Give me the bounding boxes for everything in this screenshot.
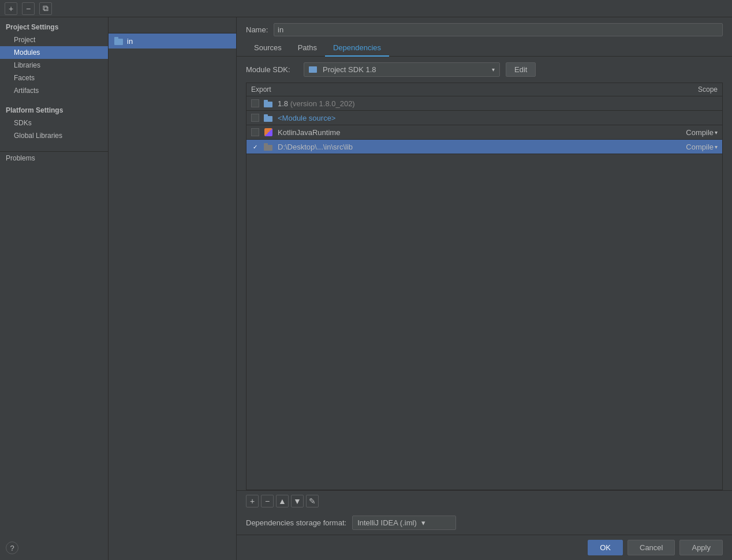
ok-button[interactable]: OK bbox=[588, 540, 623, 555]
main-layout: Project Settings Project Modules Librari… bbox=[0, 17, 732, 560]
sidebar: Project Settings Project Modules Librari… bbox=[0, 17, 109, 560]
deps-name-lib: D:\Desktop\...\in\src\lib bbox=[278, 143, 661, 151]
deps-checkbox-kotlin[interactable] bbox=[251, 128, 259, 136]
sdk-dropdown-arrow-icon: ▾ bbox=[492, 66, 495, 73]
deps-name-module-source: <Module source> bbox=[278, 114, 661, 122]
platform-settings-section-title: Platform Settings bbox=[0, 103, 108, 117]
sidebar-item-facets[interactable]: Facets bbox=[0, 72, 108, 84]
deps-scope-lib-label: Compile bbox=[686, 143, 714, 151]
apply-button[interactable]: Apply bbox=[679, 540, 723, 555]
name-row: Name: bbox=[237, 17, 732, 40]
storage-dropdown-arrow-icon: ▾ bbox=[421, 518, 425, 527]
add-dep-button[interactable]: + bbox=[246, 495, 259, 507]
module-source-folder-icon bbox=[264, 113, 273, 122]
bottom-toolbar: + − ▲ ▼ ✎ bbox=[237, 490, 732, 511]
sdk-folder-icon bbox=[309, 66, 317, 73]
module-name: in bbox=[127, 37, 133, 46]
svg-rect-7 bbox=[264, 143, 268, 145]
help-button[interactable]: ? bbox=[6, 542, 18, 554]
module-list-area: in bbox=[109, 17, 237, 560]
sdk-edit-button[interactable]: Edit bbox=[506, 62, 536, 77]
scope-dropdown-arrow-icon: ▾ bbox=[715, 129, 718, 136]
storage-label: Dependencies storage format: bbox=[246, 518, 346, 527]
deps-checkbox-lib[interactable] bbox=[251, 143, 259, 151]
project-settings-section-title: Project Settings bbox=[0, 20, 108, 33]
tab-sources[interactable]: Sources bbox=[246, 40, 290, 57]
tab-paths[interactable]: Paths bbox=[290, 40, 325, 57]
deps-row-kotlin[interactable]: KotlinJavaRuntime Compile ▾ bbox=[247, 125, 722, 140]
deps-scope-lib[interactable]: Compile ▾ bbox=[666, 143, 718, 151]
move-down-button[interactable]: ▼ bbox=[291, 495, 304, 507]
sidebar-item-problems[interactable]: Problems bbox=[0, 152, 108, 165]
sidebar-item-sdks[interactable]: SDKs bbox=[0, 117, 108, 129]
lib-folder-icon bbox=[264, 142, 273, 151]
sidebar-item-project[interactable]: Project bbox=[0, 33, 108, 46]
edit-dep-button[interactable]: ✎ bbox=[306, 495, 319, 507]
deps-col-export: Export bbox=[251, 85, 666, 94]
svg-rect-2 bbox=[264, 102, 272, 107]
name-label: Name: bbox=[246, 25, 269, 34]
svg-rect-5 bbox=[264, 114, 268, 117]
remove-module-button[interactable]: − bbox=[22, 2, 35, 15]
sidebar-item-artifacts[interactable]: Artifacts bbox=[0, 84, 108, 97]
svg-rect-3 bbox=[264, 100, 268, 102]
sdk-row: Module SDK: Project SDK 1.8 ▾ Edit bbox=[237, 57, 732, 83]
deps-checkbox-sdk[interactable] bbox=[251, 99, 259, 107]
module-list-toolbar bbox=[109, 17, 236, 33]
top-toolbar: + − ⧉ bbox=[0, 0, 732, 17]
deps-row-module-source[interactable]: <Module source> bbox=[247, 111, 722, 125]
storage-dropdown-value: IntelliJ IDEA (.iml) bbox=[357, 518, 417, 527]
add-module-button[interactable]: + bbox=[5, 2, 17, 15]
module-item-in[interactable]: in bbox=[109, 33, 236, 48]
sidebar-item-global-libraries[interactable]: Global Libraries bbox=[0, 129, 108, 142]
svg-rect-4 bbox=[264, 116, 272, 122]
deps-table-header: Export Scope bbox=[247, 83, 722, 96]
storage-dropdown[interactable]: IntelliJ IDEA (.iml) ▾ bbox=[352, 516, 456, 530]
copy-module-button[interactable]: ⧉ bbox=[39, 2, 52, 15]
help-icon-area: ? bbox=[6, 542, 18, 554]
deps-name-kotlin: KotlinJavaRuntime bbox=[278, 128, 661, 137]
deps-checkbox-module-source[interactable] bbox=[251, 114, 259, 122]
svg-rect-0 bbox=[114, 39, 123, 45]
cancel-button[interactable]: Cancel bbox=[628, 540, 675, 555]
deps-scope-kotlin-label: Compile bbox=[686, 128, 714, 137]
module-folder-icon bbox=[114, 36, 124, 46]
tabs-bar: Sources Paths Dependencies bbox=[237, 40, 732, 57]
remove-dep-button[interactable]: − bbox=[261, 495, 274, 507]
sdk-row-folder-icon bbox=[264, 99, 273, 108]
kotlin-icon bbox=[264, 128, 273, 137]
deps-table: Export Scope 1.8 (version 1.8.0_202) bbox=[246, 83, 723, 490]
sdk-label: Module SDK: bbox=[246, 65, 298, 74]
sidebar-item-modules[interactable]: Modules bbox=[0, 46, 108, 59]
storage-row: Dependencies storage format: IntelliJ ID… bbox=[237, 511, 732, 535]
right-panel: Name: Sources Paths Dependencies Module … bbox=[237, 17, 732, 560]
content-columns: in Name: Sources Paths Dependencies Modu… bbox=[109, 17, 732, 560]
deps-row-lib[interactable]: D:\Desktop\...\in\src\lib Compile ▾ bbox=[247, 140, 722, 154]
deps-name-sdk: 1.8 (version 1.8.0_202) bbox=[278, 99, 661, 108]
svg-rect-6 bbox=[264, 145, 272, 151]
sdk-name: Project SDK 1.8 bbox=[323, 65, 376, 74]
deps-row-sdk[interactable]: 1.8 (version 1.8.0_202) bbox=[247, 96, 722, 111]
svg-rect-1 bbox=[114, 37, 118, 39]
sidebar-item-libraries[interactable]: Libraries bbox=[0, 59, 108, 72]
deps-col-scope: Scope bbox=[666, 85, 718, 94]
move-up-button[interactable]: ▲ bbox=[276, 495, 289, 507]
sdk-dropdown[interactable]: Project SDK 1.8 ▾ bbox=[304, 62, 500, 77]
deps-scope-kotlin[interactable]: Compile ▾ bbox=[666, 128, 718, 137]
dialog-buttons: OK Cancel Apply bbox=[237, 535, 732, 560]
name-input[interactable] bbox=[274, 23, 723, 36]
scope-lib-dropdown-arrow-icon: ▾ bbox=[715, 144, 718, 150]
tab-dependencies[interactable]: Dependencies bbox=[325, 40, 389, 57]
